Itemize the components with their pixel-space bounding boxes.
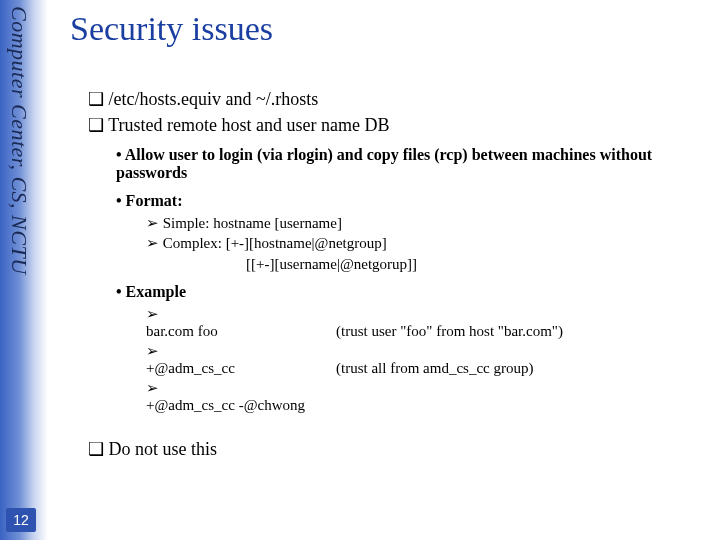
list-item: +@adm_cs_cc (trust all from amd_cs_cc gr… bbox=[146, 342, 710, 377]
content: Security issues /etc/hosts.equiv and ~/.… bbox=[70, 0, 710, 540]
list-item: bar.com foo (trust user "foo" from host … bbox=[146, 305, 710, 340]
sub-list: Allow user to login (via rlogin) and cop… bbox=[70, 146, 710, 414]
list-item: Example bar.com foo (trust user "foo" fr… bbox=[116, 283, 710, 414]
example-list: bar.com foo (trust user "foo" from host … bbox=[116, 305, 710, 414]
list-item: Do not use this bbox=[88, 438, 710, 460]
list-item: Simple: hostname [username] bbox=[146, 214, 710, 232]
format-list: Simple: hostname [username] Complex: [+-… bbox=[116, 214, 710, 252]
example-left: bar.com foo bbox=[146, 323, 336, 340]
example-left: +@adm_cs_cc -@chwong bbox=[146, 397, 336, 414]
example-right bbox=[336, 397, 710, 414]
slide: Computer Center, CS, NCTU 12 Security is… bbox=[0, 0, 720, 540]
format-label: Format: bbox=[126, 192, 183, 209]
complex-line2: [[+-][username|@netgorup]] bbox=[116, 256, 710, 273]
list-item: Trusted remote host and user name DB bbox=[88, 114, 710, 136]
list-item: +@adm_cs_cc -@chwong bbox=[146, 379, 710, 414]
top-list: /etc/hosts.equiv and ~/.rhosts Trusted r… bbox=[70, 88, 710, 136]
example-left: +@adm_cs_cc bbox=[146, 360, 336, 377]
page-number: 12 bbox=[6, 508, 36, 532]
sidebar-label: Computer Center, CS, NCTU bbox=[6, 6, 32, 275]
sidebar: Computer Center, CS, NCTU 12 bbox=[0, 0, 48, 540]
list-item: /etc/hosts.equiv and ~/.rhosts bbox=[88, 88, 710, 110]
list-item: Allow user to login (via rlogin) and cop… bbox=[116, 146, 710, 182]
example-label: Example bbox=[126, 283, 186, 300]
example-right: (trust user "foo" from host "bar.com") bbox=[336, 323, 710, 340]
list-item: Complex: [+-][hostname|@netgroup] bbox=[146, 234, 710, 252]
example-right: (trust all from amd_cs_cc group) bbox=[336, 360, 710, 377]
page-title: Security issues bbox=[70, 10, 710, 48]
list-item: Format: Simple: hostname [username] Comp… bbox=[116, 192, 710, 273]
final-list: Do not use this bbox=[70, 438, 710, 460]
